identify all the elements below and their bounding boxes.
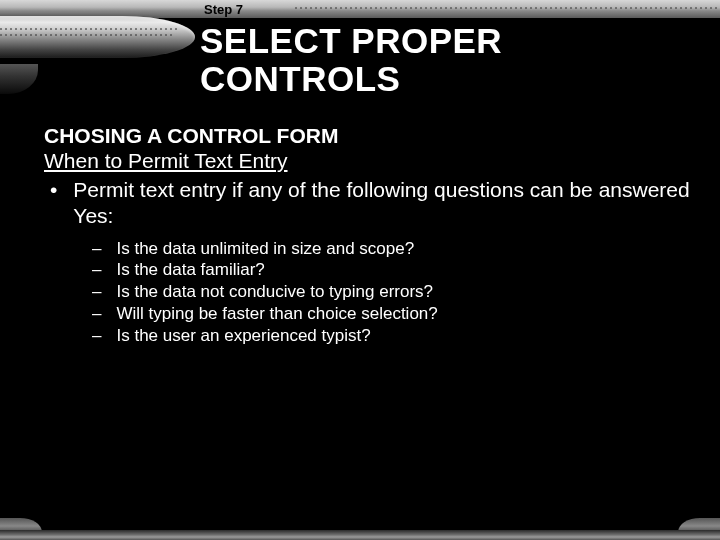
bottom-decorative-bar xyxy=(0,530,720,540)
bullet-dash-icon: – xyxy=(92,238,101,260)
bullet-dash-icon: – xyxy=(92,303,101,325)
main-bullet: • Permit text entry if any of the follow… xyxy=(44,177,692,230)
sub-bullet: – Is the user an experienced typist? xyxy=(92,325,692,347)
step-label: Step 7 xyxy=(204,2,243,17)
slide-title: SELECT PROPER CONTROLS xyxy=(200,22,502,98)
sub-bullet-text: Is the data not conducive to typing erro… xyxy=(116,281,433,303)
sub-bullet-text: Is the data unlimited in size and scope? xyxy=(116,238,414,260)
sub-bullet-text: Is the user an experienced typist? xyxy=(116,325,370,347)
bullet-dash-icon: – xyxy=(92,259,101,281)
bullet-dot-icon: • xyxy=(50,177,57,230)
corner-decoration xyxy=(0,6,200,106)
content-subheading: When to Permit Text Entry xyxy=(44,149,692,173)
content-heading: CHOSING A CONTROL FORM xyxy=(44,124,692,148)
title-line-2: CONTROLS xyxy=(200,59,400,98)
bullet-dash-icon: – xyxy=(92,281,101,303)
sub-bullets-list: – Is the data unlimited in size and scop… xyxy=(92,238,692,347)
sub-bullet: – Is the data familiar? xyxy=(92,259,692,281)
sub-bullet: – Will typing be faster than choice sele… xyxy=(92,303,692,325)
slide-content: CHOSING A CONTROL FORM When to Permit Te… xyxy=(44,124,692,346)
title-line-1: SELECT PROPER xyxy=(200,21,502,60)
sub-bullet: – Is the data unlimited in size and scop… xyxy=(92,238,692,260)
sub-bullet-text: Will typing be faster than choice select… xyxy=(116,303,437,325)
bullet-dash-icon: – xyxy=(92,325,101,347)
sub-bullet-text: Is the data familiar? xyxy=(116,259,264,281)
sub-bullet: – Is the data not conducive to typing er… xyxy=(92,281,692,303)
main-bullet-text: Permit text entry if any of the followin… xyxy=(73,177,692,230)
